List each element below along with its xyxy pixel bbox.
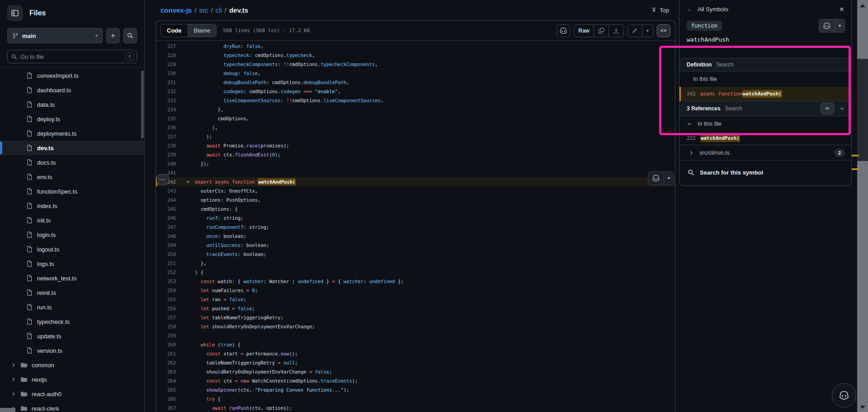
line-copilot-menu[interactable]: ▾ [648,171,674,185]
line-number[interactable]: 240 [156,161,181,166]
edit-file-button[interactable] [628,25,642,37]
line-number[interactable]: 263 [156,369,181,374]
tree-item-react-auth0[interactable]: react-auth0 [0,387,144,401]
tree-item-run-ts[interactable]: run.ts [0,300,144,314]
collapse-toggle[interactable] [181,179,195,185]
scroll-down-arrow-icon[interactable] [860,406,865,409]
tree-item-common[interactable]: common [0,358,144,372]
copy-raw-button[interactable] [594,25,609,37]
tree-item-functionspec-ts[interactable]: functionSpec.ts [0,184,144,199]
line-number[interactable]: 229 [156,62,181,67]
line-number[interactable]: 232 [156,89,181,94]
download-raw-button[interactable] [609,25,623,37]
collapse-sidebar-button[interactable] [7,5,23,21]
line-number[interactable]: 239 [156,152,181,157]
back-to-all-symbols[interactable]: ← All Symbols [687,5,728,13]
scrollbar-thumb[interactable] [857,161,868,402]
tree-item-init-ts[interactable]: init.ts [0,213,144,227]
line-number[interactable]: 246 [156,215,181,221]
tree-item-login-ts[interactable]: login.ts [0,227,144,242]
line-number[interactable]: 245 [156,206,181,212]
tree-item-data-ts[interactable]: data.ts [0,97,144,112]
reference-file-group[interactable]: src/cli/run.ts 2 [679,145,851,161]
tree-item-update-ts[interactable]: update.ts [0,329,144,343]
references-search-link[interactable]: Search [725,105,742,112]
line-number[interactable]: 260 [156,342,181,347]
panel-copilot-menu[interactable]: ▾ [819,19,845,33]
copilot-fab[interactable] [832,383,856,407]
line-number[interactable]: 247 [156,224,181,230]
line-number[interactable]: 244 [156,197,181,203]
line-number[interactable]: 233 [156,98,181,103]
copilot-button[interactable] [557,24,570,37]
page-scrollbar[interactable] [857,0,868,412]
line-number[interactable]: 235 [156,116,181,121]
line-number[interactable]: 230 [156,71,181,76]
line-number[interactable]: 250 [156,251,181,257]
next-reference-button[interactable] [840,106,845,111]
line-number[interactable]: 251 [156,260,181,266]
tree-item-nextjs[interactable]: nextjs [0,372,144,387]
definition-result-row[interactable]: 242 async function watchAndPush( [679,87,851,101]
tree-item-conveximport-ts[interactable]: convexImport.ts [0,68,144,83]
tree-item-dashboard-ts[interactable]: dashboard.ts [0,83,144,97]
line-actions-button[interactable]: ••• [156,174,169,185]
raw-button[interactable]: Raw [574,25,594,37]
line-number[interactable]: 267 [156,405,181,411]
add-file-button[interactable]: + [106,28,120,43]
definition-search-link[interactable]: Search [716,62,733,68]
line-number[interactable]: 248 [156,233,181,239]
tree-item-network-test-ts[interactable]: network_test.ts [0,271,144,285]
line-number[interactable]: 264 [156,378,181,384]
previous-reference-button[interactable] [821,103,834,114]
line-number[interactable]: 257 [156,315,181,320]
line-number[interactable]: 255 [156,297,181,302]
line-number[interactable]: 265 [156,387,181,393]
tree-item-docs-ts[interactable]: docs.ts [0,155,144,170]
tab-code[interactable]: Code [161,24,188,37]
branch-selector[interactable]: main ▾ [7,28,103,43]
line-number[interactable]: 237 [156,134,181,139]
line-number[interactable]: 238 [156,143,181,148]
horizontal-scrollbar[interactable] [0,408,15,412]
tree-item-index-ts[interactable]: index.ts [0,199,144,213]
line-number[interactable]: 228 [156,52,181,58]
tree-item-typecheck-ts[interactable]: typecheck.ts [0,314,144,329]
line-number[interactable]: 259 [156,333,181,338]
go-to-file-input[interactable]: Go to file t [7,50,137,63]
close-icon[interactable]: × [840,5,844,13]
breadcrumb-repo-link[interactable]: convex-js [160,6,192,14]
file-tree-scrollbar[interactable] [141,71,144,138]
tree-item-version-ts[interactable]: version.ts [0,343,144,358]
tree-item-logout-ts[interactable]: logout.ts [0,242,144,256]
symbols-panel-toggle[interactable]: <> [657,24,670,37]
line-number[interactable]: 253 [156,279,181,284]
line-number[interactable]: 243 [156,188,181,194]
references-in-file-group[interactable]: In this file [679,116,851,132]
line-number[interactable]: 261 [156,351,181,356]
reference-result-row[interactable]: 222 watchAndPush( [679,132,851,145]
line-number[interactable]: 236 [156,125,181,130]
tree-item-reinit-ts[interactable]: reinit.ts [0,285,144,300]
line-number[interactable]: 249 [156,242,181,248]
tree-item-deployments-ts[interactable]: deployments.ts [0,126,144,141]
line-number[interactable]: 254 [156,288,181,293]
tab-blame[interactable]: Blame [188,24,217,37]
scroll-to-top-button[interactable]: Top [651,7,669,14]
breadcrumb-cli-link[interactable]: cli [216,6,222,14]
search-files-button[interactable] [123,28,137,43]
line-number[interactable]: 266 [156,396,181,402]
line-number[interactable]: 252 [156,270,181,275]
tree-item-react-clerk[interactable]: react-clerk [0,401,144,412]
breadcrumb-src-link[interactable]: src [199,6,208,14]
tree-item-dev-ts[interactable]: dev.ts [0,141,144,155]
search-symbol-button[interactable]: Search for this symbol [679,161,851,184]
tree-item-deploy-ts[interactable]: deploy.ts [0,112,144,126]
tree-item-logs-ts[interactable]: logs.ts [0,256,144,271]
scroll-up-arrow-icon[interactable] [860,4,865,7]
line-number[interactable]: 256 [156,306,181,311]
tree-item-env-ts[interactable]: env.ts [0,170,144,184]
line-number[interactable]: 231 [156,80,181,85]
line-number[interactable]: 234 [156,107,181,112]
line-number[interactable]: 258 [156,324,181,329]
